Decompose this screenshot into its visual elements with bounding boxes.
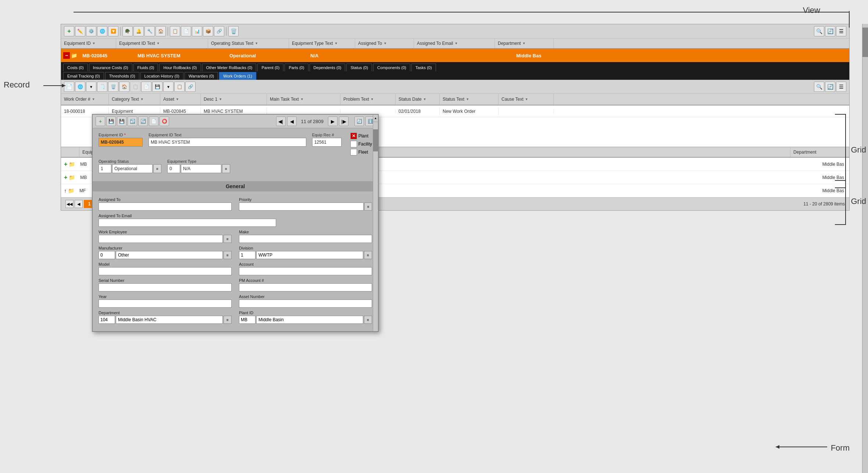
tab-parts[interactable]: Parts (0) <box>285 64 308 71</box>
tab-location-history[interactable]: Location History (0) <box>140 72 183 80</box>
col-equipment-id-text[interactable]: Equipment ID Text ▼ <box>116 39 208 48</box>
folder-icon-1[interactable]: 📁 <box>69 161 75 167</box>
grid-col-asset[interactable]: Asset ▼ <box>160 94 201 105</box>
priority-lookup-btn[interactable]: ≡ <box>364 203 372 211</box>
grid-col-wo[interactable]: Work Order # ▼ <box>61 94 109 105</box>
modal-nav-last[interactable]: |▶ <box>339 117 349 126</box>
grid-col-category[interactable]: Category Text ▼ <box>109 94 160 105</box>
document-button[interactable]: 📄 <box>181 26 191 36</box>
modal-undo-button[interactable]: ↩️ <box>128 117 137 126</box>
division-code-input[interactable] <box>239 251 256 259</box>
equip-id-input[interactable] <box>99 138 143 147</box>
scroll-up-btn[interactable]: ▲ <box>373 115 378 122</box>
tab-fluids[interactable]: Fluids (0) <box>133 64 158 71</box>
main-scrollbar[interactable] <box>862 24 868 473</box>
year-input[interactable] <box>99 300 232 308</box>
modal-add-button[interactable]: + <box>96 117 105 126</box>
home-button[interactable]: 🏠 <box>156 26 166 36</box>
manufacturer-value-input[interactable] <box>116 251 223 259</box>
link-button[interactable]: 🔗 <box>214 26 224 36</box>
search-button[interactable]: 🔍 <box>814 26 824 36</box>
modal-nav-prev[interactable]: ◀ <box>287 117 297 126</box>
tab-hour-rollbacks[interactable]: Hour Rollbacks (0) <box>159 64 201 71</box>
plant-id-code-input[interactable] <box>239 316 256 324</box>
modal-redo-button[interactable]: ↪️ <box>138 117 148 126</box>
folder-icon-2[interactable]: 📁 <box>69 175 75 180</box>
tab-costs[interactable]: Costs (0) <box>63 64 88 71</box>
folder-icon[interactable]: 📁 <box>71 53 77 58</box>
modal-scrollbar[interactable]: ▲ <box>373 115 378 331</box>
tab-status[interactable]: Status (0) <box>346 64 372 71</box>
tab-insurance-costs[interactable]: Insurance Costs (0) <box>89 64 132 71</box>
plant-id-lookup-btn[interactable]: ≡ <box>364 316 372 324</box>
sub-note-button[interactable]: 🗒️ <box>97 82 107 92</box>
op-status-lookup-btn[interactable]: ≡ <box>153 164 161 173</box>
sub-menu-button[interactable]: ☰ <box>836 82 846 92</box>
modal-save2-button[interactable]: 💾 <box>117 117 126 126</box>
plant-id-value-input[interactable] <box>256 316 363 324</box>
settings-button[interactable]: ⚙️ <box>86 26 96 36</box>
page-first-button[interactable]: ◀◀ <box>65 200 74 208</box>
op-status-value-input[interactable] <box>112 164 153 173</box>
sub-home-button[interactable]: 🏠 <box>119 82 129 92</box>
col-assigned-to[interactable]: Assigned To ▼ <box>355 39 414 48</box>
op-status-code-input[interactable] <box>99 164 111 173</box>
equip-id-text-input[interactable] <box>149 138 306 147</box>
col-equip-type[interactable]: Equipment Type Text ▼ <box>289 39 355 48</box>
package-button[interactable]: 📦 <box>203 26 213 36</box>
sub-globe-button[interactable]: 🌐 <box>75 82 85 92</box>
tab-thresholds[interactable]: Thresholds (0) <box>105 72 139 80</box>
alert-button[interactable]: 🔔 <box>133 26 144 36</box>
modal-refresh-btn[interactable]: 🔄 <box>354 117 364 126</box>
sub-save-button[interactable]: 💾 <box>152 82 162 92</box>
tab-other-meter[interactable]: Other Meter Rollbacks (0) <box>202 64 257 71</box>
serial-input[interactable] <box>99 283 232 291</box>
plant-checkbox[interactable]: ✕ <box>350 133 357 139</box>
sub-doc-button[interactable]: 📄 <box>141 82 151 92</box>
priority-input[interactable] <box>239 203 364 211</box>
delete-button[interactable]: 🗑️ <box>228 26 239 36</box>
sub-delete-button[interactable]: 🗑️ <box>108 82 118 92</box>
minus-icon[interactable]: − <box>63 52 70 59</box>
account-input[interactable] <box>239 267 372 275</box>
assigned-to-input[interactable] <box>99 203 232 211</box>
modal-nav-next[interactable]: ▶ <box>328 117 337 126</box>
grid-col-problem[interactable]: Problem Text ▼ <box>340 94 396 105</box>
model-input[interactable] <box>99 267 232 275</box>
equip-type-lookup-btn[interactable]: ≡ <box>222 164 230 173</box>
tab-components[interactable]: Components (0) <box>373 64 410 71</box>
manufacturer-lookup-btn[interactable]: ≡ <box>224 251 232 259</box>
sub-refresh-button[interactable]: 🔄 <box>825 82 835 92</box>
up-icon-3[interactable]: ↑ <box>64 188 67 194</box>
equip-type-code-input[interactable] <box>167 164 180 173</box>
col-assigned-email[interactable]: Assigned To Email ▼ <box>414 39 495 48</box>
grid-col-status-date[interactable]: Status Date ▼ <box>396 94 440 105</box>
modal-circle-button[interactable]: ⭕ <box>160 117 169 126</box>
division-value-input[interactable] <box>256 251 363 259</box>
filter-button[interactable]: 🔽 <box>108 26 118 36</box>
pm-account-input[interactable] <box>239 283 372 291</box>
tab-parent[interactable]: Parent (0) <box>257 64 283 71</box>
hard-hat-button[interactable]: 🪖 <box>122 26 133 36</box>
dept-value-input[interactable] <box>116 316 223 324</box>
equip-rec-input[interactable] <box>312 138 342 147</box>
globe-button[interactable]: 🌐 <box>97 26 107 36</box>
menu-button[interactable]: ☰ <box>836 26 846 36</box>
plus-icon-2[interactable]: + <box>64 174 67 181</box>
assigned-email-input[interactable] <box>99 219 276 227</box>
sub-dropdown-button[interactable]: ▼ <box>86 82 96 92</box>
make-input[interactable] <box>239 235 372 243</box>
asset-number-input[interactable] <box>239 300 372 308</box>
division-lookup-btn[interactable]: ≡ <box>364 251 372 259</box>
sub-copy-button[interactable]: 📋 <box>174 82 185 92</box>
sub-search-button[interactable]: 🔍 <box>814 82 824 92</box>
dept-code-input[interactable] <box>99 316 115 324</box>
grid-col-main-task[interactable]: Main Task Text ▼ <box>267 94 340 105</box>
page-prev-button[interactable]: ◀ <box>75 200 83 208</box>
sub-link-button[interactable]: 🔗 <box>185 82 196 92</box>
add-button[interactable]: + <box>64 26 74 36</box>
scroll-thumb-modal[interactable] <box>373 129 378 151</box>
tab-tasks[interactable]: Tasks (0) <box>411 64 436 71</box>
col-department[interactable]: Department ▼ <box>495 39 554 48</box>
dept-lookup-btn[interactable]: ≡ <box>224 316 232 324</box>
